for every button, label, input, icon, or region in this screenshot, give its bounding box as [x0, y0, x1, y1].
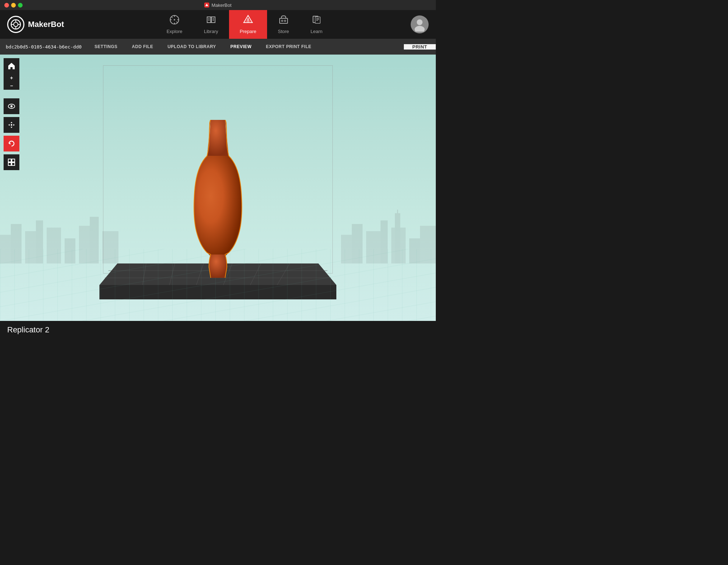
- zoom-out-button[interactable]: −: [4, 82, 19, 90]
- toolbar-actions: SETTINGS ADD FILE UPLOAD TO LIBRARY PREV…: [87, 39, 403, 55]
- svg-rect-54: [397, 210, 398, 215]
- nav-item-library[interactable]: Library: [193, 10, 229, 39]
- toolbar: bdc2b0d5-0105-4634-b6ec-dd0 SETTINGS ADD…: [0, 39, 436, 55]
- left-toolbar: + −: [4, 58, 19, 170]
- svg-point-29: [284, 20, 286, 22]
- 3d-object-vase: [189, 120, 247, 281]
- app-icon: [204, 3, 209, 8]
- close-button[interactable]: [4, 3, 9, 8]
- home-zoom-group: + −: [4, 58, 19, 90]
- viewport: + −: [0, 55, 436, 321]
- add-file-button[interactable]: ADD FILE: [125, 39, 160, 55]
- svg-line-13: [172, 17, 173, 18]
- svg-rect-66: [8, 163, 11, 165]
- learn-icon: [312, 15, 322, 27]
- svg-marker-58: [11, 122, 13, 123]
- home-view-button[interactable]: [4, 58, 19, 74]
- library-icon: [206, 15, 216, 27]
- arrange-button[interactable]: [4, 154, 19, 170]
- file-id: bdc2b0d5-0105-4634-b6ec-dd0: [0, 44, 87, 50]
- svg-rect-16: [211, 17, 215, 23]
- logo-area: MakerBot: [7, 16, 64, 33]
- fullscreen-button[interactable]: [18, 3, 23, 8]
- prepare-icon: [243, 15, 253, 27]
- zoom-in-button[interactable]: +: [4, 74, 19, 82]
- svg-marker-59: [11, 127, 13, 128]
- user-avatar[interactable]: [411, 15, 429, 33]
- nav-item-learn[interactable]: Learn: [300, 10, 333, 39]
- svg-marker-60: [8, 124, 10, 126]
- preview-button[interactable]: PREVIEW: [223, 39, 259, 55]
- svg-line-14: [176, 22, 177, 23]
- visibility-button[interactable]: [4, 98, 19, 114]
- store-label: Store: [278, 29, 289, 34]
- nav-bar: MakerBot Explore: [0, 10, 436, 39]
- title-bar: MakerBot: [0, 0, 436, 10]
- printer-name: Replicator 2: [7, 325, 49, 335]
- nav-item-explore[interactable]: Explore: [156, 10, 193, 39]
- minimize-button[interactable]: [11, 3, 16, 8]
- nav-item-store[interactable]: Store: [267, 10, 300, 39]
- explore-icon: [169, 15, 179, 27]
- traffic-lights: [4, 3, 23, 8]
- bottom-bar: Replicator 2: [0, 321, 436, 339]
- nav-items: Explore Library: [78, 10, 411, 39]
- svg-rect-27: [280, 18, 288, 23]
- svg-point-26: [248, 21, 248, 22]
- svg-marker-0: [205, 4, 208, 6]
- svg-marker-55: [8, 63, 15, 69]
- rotate-button[interactable]: [4, 136, 19, 151]
- library-label: Library: [204, 29, 218, 34]
- nav-item-prepare[interactable]: Prepare: [229, 10, 267, 39]
- svg-rect-67: [12, 163, 15, 165]
- svg-point-2: [14, 22, 18, 27]
- settings-button[interactable]: SETTINGS: [87, 39, 125, 55]
- svg-point-36: [415, 26, 425, 32]
- logo-circle: [7, 16, 24, 33]
- svg-point-8: [174, 19, 175, 20]
- upload-to-library-button[interactable]: UPLOAD TO LIBRARY: [160, 39, 223, 55]
- print-button[interactable]: PRINT: [404, 44, 436, 50]
- move-button[interactable]: [4, 117, 19, 133]
- svg-point-57: [10, 105, 13, 107]
- zoom-group: + −: [4, 74, 19, 90]
- explore-label: Explore: [167, 29, 182, 34]
- logo-text: MakerBot: [28, 20, 64, 29]
- svg-rect-15: [207, 17, 211, 23]
- window-title: MakerBot: [204, 3, 232, 8]
- svg-marker-61: [13, 124, 15, 126]
- store-icon: [279, 15, 289, 27]
- svg-point-28: [281, 20, 283, 22]
- svg-point-35: [417, 19, 423, 25]
- svg-rect-62: [11, 124, 12, 126]
- svg-rect-31: [315, 17, 320, 23]
- svg-rect-64: [8, 159, 11, 162]
- avatar-area[interactable]: [411, 15, 429, 33]
- prepare-label: Prepare: [240, 29, 256, 34]
- svg-rect-65: [12, 159, 15, 162]
- learn-label: Learn: [311, 29, 322, 34]
- export-print-file-button[interactable]: EXPORT PRINT FILE: [259, 39, 319, 55]
